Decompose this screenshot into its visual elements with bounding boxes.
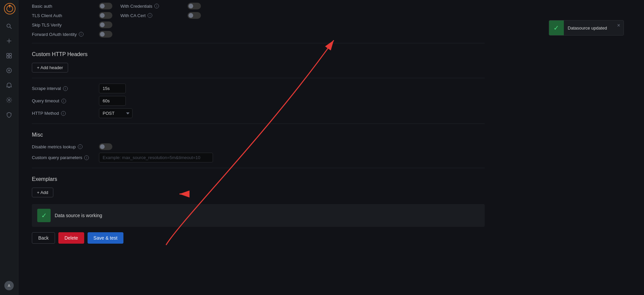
with-ca-cert-toggle[interactable] [187,12,201,19]
scrape-interval-field: Scrape interval i [32,84,485,93]
status-text: Data source is working [55,213,102,218]
with-credentials-label: With Credentials i [120,4,187,9]
misc-title: Misc [32,132,485,138]
svg-point-12 [7,68,11,73]
with-ca-cert-label: With CA Cert i [120,13,187,18]
auth-row-basic: Basic auth With Credentials i [32,3,485,9]
tls-client-auth-label: TLS Client Auth [32,13,99,18]
query-timeout-field: Query timeout i [32,96,485,106]
delete-button[interactable]: Delete [58,232,84,244]
exemplars-section: Exemplars + Add [32,176,485,197]
with-ca-cert-field: With CA Cert i [120,12,201,19]
scrape-interval-info-icon[interactable]: i [63,86,68,91]
divider-4 [32,168,485,168]
custom-headers-section: Custom HTTP Headers + Add header [32,51,485,72]
toast-check-icon: ✓ [549,20,564,35]
skip-tls-field: Skip TLS Verify [32,21,485,28]
query-timeout-info-icon[interactable]: i [61,99,66,103]
tls-client-auth-toggle[interactable] [99,12,112,19]
avatar[interactable]: A [4,281,14,290]
tls-client-auth-field: TLS Client Auth [32,12,112,19]
http-method-field: HTTP Method i GET POST [32,108,485,118]
disable-metrics-info-icon[interactable]: i [78,144,83,149]
field-group-tls: TLS Client Auth With CA Cert i [32,12,201,19]
custom-headers-title: Custom HTTP Headers [32,51,485,57]
svg-rect-10 [7,56,9,58]
plus-icon[interactable] [2,34,16,48]
disable-metrics-label: Disable metrics lookup i [32,144,99,149]
auth-section: Basic auth With Credentials i [32,3,485,38]
save-test-button[interactable]: Save & test [88,232,124,244]
shield-icon[interactable] [2,108,16,121]
alerts-icon[interactable] [2,79,16,92]
disable-metrics-field: Disable metrics lookup i [32,143,485,150]
divider-2 [32,78,485,78]
search-icon[interactable] [2,19,16,33]
svg-rect-11 [9,56,11,58]
svg-rect-9 [9,53,11,55]
status-check-icon: ✓ [37,209,51,222]
status-bar: ✓ Data source is working [32,204,485,227]
toast-notification: ✓ Datasource updated × [549,20,624,36]
divider-1 [32,43,485,43]
svg-point-2 [9,5,10,6]
back-button[interactable]: Back [32,232,55,244]
http-method-label: HTTP Method i [32,111,99,116]
with-credentials-toggle[interactable] [187,3,201,9]
divider-3 [32,124,485,124]
svg-point-13 [8,70,10,71]
svg-rect-8 [7,53,9,55]
exemplars-title: Exemplars [32,176,485,182]
settings-icon[interactable] [2,93,16,107]
disable-metrics-toggle[interactable] [99,143,112,150]
basic-auth-toggle[interactable] [99,3,112,9]
add-exemplar-button[interactable]: + Add [32,188,53,197]
auth-row-tls: TLS Client Auth With CA Cert i [32,12,485,19]
action-buttons: Back Delete Save & test [32,232,485,244]
http-method-info-icon[interactable]: i [61,111,66,116]
oauth-info-icon[interactable]: i [79,32,84,37]
query-timeout-input[interactable] [99,96,126,106]
with-credentials-info-icon[interactable]: i [154,4,159,8]
toast-message: Datasource updated [568,26,610,31]
custom-query-info-icon[interactable]: i [84,155,89,160]
grafana-logo[interactable] [4,3,14,13]
oauth-label: Forward OAuth Identity i [32,32,99,37]
with-credentials-field: With Credentials i [120,3,201,9]
basic-auth-label: Basic auth [32,4,99,9]
dashboard-icon[interactable] [2,49,16,62]
oauth-toggle[interactable] [99,31,112,38]
svg-line-5 [10,27,12,29]
skip-tls-toggle[interactable] [99,21,112,28]
custom-query-field: Custom query parameters i [32,153,485,162]
oauth-field: Forward OAuth Identity i [32,31,485,38]
settings-section: Scrape interval i Query timeout i HTTP M… [32,84,485,118]
toast-close-button[interactable]: × [614,20,624,30]
svg-point-14 [8,99,10,101]
query-timeout-label: Query timeout i [32,98,99,103]
explore-icon[interactable] [2,64,16,77]
skip-tls-label: Skip TLS Verify [32,22,99,28]
add-header-button[interactable]: + Add header [32,63,68,72]
scrape-interval-label: Scrape interval i [32,86,99,91]
field-group-basic: Basic auth With Credentials i [32,3,201,9]
http-method-select[interactable]: GET POST [99,108,132,118]
custom-query-input[interactable] [99,153,213,162]
main-content: Basic auth With Credentials i [18,0,644,295]
misc-section: Misc Disable metrics lookup i Custom que… [32,132,485,162]
custom-query-label: Custom query parameters i [32,155,99,160]
sidebar: A [0,0,18,295]
scrape-interval-input[interactable] [99,84,126,93]
basic-auth-field: Basic auth [32,3,112,9]
with-ca-cert-info-icon[interactable]: i [148,13,152,18]
